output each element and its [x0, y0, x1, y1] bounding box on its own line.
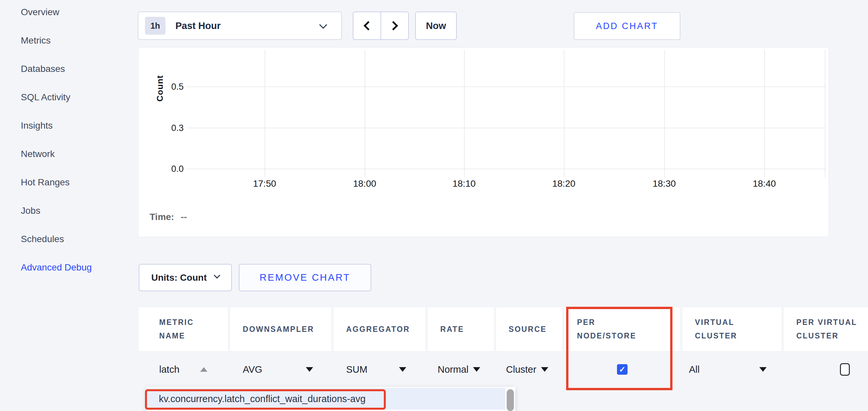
downsampler-value: AVG — [243, 364, 262, 375]
sidebar-item-schedules[interactable]: Schedules — [21, 225, 92, 253]
column-header-per-node-store: PER NODE/STORE — [564, 307, 680, 351]
column-header-source: SOURCE — [496, 307, 562, 351]
caret-down-icon — [473, 367, 480, 372]
chevron-down-icon — [214, 272, 220, 278]
sidebar-item-network[interactable]: Network — [21, 140, 92, 168]
column-header-virtual-cluster: VIRTUAL CLUSTER — [682, 307, 781, 351]
per-virtual-cluster-cell — [784, 351, 868, 388]
hover-time-value: -- — [181, 212, 187, 222]
time-range-select[interactable]: 1h Past Hour — [138, 11, 342, 40]
remove-chart-button[interactable]: REMOVE CHART — [239, 264, 371, 291]
metric-suggestions-dropdown: kv.concurrency.latch_conflict_wait_durat… — [146, 387, 515, 411]
caret-down-icon — [399, 367, 406, 372]
rate-select[interactable]: Normal — [428, 351, 494, 388]
scrollbar-thumb[interactable] — [507, 389, 514, 411]
y-tick-0-5: 0.5 — [157, 81, 184, 92]
caret-down-icon — [306, 367, 313, 372]
time-step-buttons — [353, 11, 409, 40]
sidebar-item-sql-activity[interactable]: SQL Activity — [21, 83, 92, 111]
aggregator-value: SUM — [346, 364, 367, 375]
x-tick: 18:00 — [342, 178, 388, 189]
metric-options-table: METRIC NAME DOWNSAMPLER AGGREGATOR RATE … — [139, 307, 868, 388]
prev-range-button[interactable] — [353, 11, 381, 40]
column-header-metric-name: METRIC NAME — [139, 307, 228, 351]
column-header-rate: RATE — [428, 307, 494, 351]
caret-down-icon — [760, 367, 767, 372]
x-tick: 18:30 — [641, 178, 687, 189]
chevron-down-icon — [319, 21, 327, 29]
x-tick: 18:20 — [541, 178, 587, 189]
time-range-label: Past Hour — [175, 21, 221, 31]
virtual-cluster-value: All — [689, 364, 700, 375]
sidebar-item-databases[interactable]: Databases — [21, 55, 92, 83]
chart-plot-area[interactable] — [187, 50, 826, 177]
sidebar-item-overview[interactable]: Overview — [21, 0, 92, 26]
metric-name-input[interactable] — [159, 364, 199, 375]
per-node-store-cell: ✓ — [564, 351, 680, 388]
per-node-store-checkbox-checked[interactable]: ✓ — [617, 364, 627, 375]
chevron-right-icon — [389, 21, 398, 30]
y-tick-0-0: 0.0 — [157, 163, 184, 174]
column-header-downsampler: DOWNSAMPLER — [230, 307, 331, 351]
chevron-left-icon — [364, 21, 373, 30]
now-button[interactable]: Now — [415, 11, 457, 40]
sidebar-item-insights[interactable]: Insights — [21, 111, 92, 140]
metric-name-cell — [139, 351, 228, 388]
rate-value: Normal — [438, 364, 468, 375]
source-value: Cluster — [506, 364, 536, 375]
time-range-badge: 1h — [145, 17, 165, 35]
downsampler-select[interactable]: AVG — [230, 351, 331, 388]
custom-chart-card: Count 0.5 0.3 0.0 17:50 18:00 18:10 18:2… — [138, 47, 829, 237]
checkmark-icon: ✓ — [619, 365, 626, 374]
caret-down-icon — [541, 367, 548, 372]
units-select-label: Units: Count — [151, 272, 207, 283]
hover-time-label: Time: — [150, 212, 174, 222]
sidebar-item-metrics[interactable]: Metrics — [21, 26, 92, 55]
dropdown-scrollbar — [505, 387, 515, 411]
advanced-debug-custom-chart-page: Overview Metrics Databases SQL Activity … — [0, 0, 868, 411]
x-tick: 17:50 — [242, 178, 288, 189]
aggregator-select[interactable]: SUM — [334, 351, 426, 388]
sidebar-item-jobs[interactable]: Jobs — [21, 197, 92, 225]
x-tick: 18:10 — [441, 178, 487, 189]
column-header-per-virtual-cluster: PER VIRTUAL CLUSTER — [784, 307, 868, 351]
hover-readout: Time: -- — [150, 212, 187, 222]
column-header-aggregator: AGGREGATOR — [334, 307, 426, 351]
next-range-button[interactable] — [380, 11, 409, 40]
per-virtual-cluster-checkbox-unchecked[interactable] — [840, 363, 850, 376]
virtual-cluster-select[interactable]: All — [682, 351, 781, 388]
sidebar-item-advanced-debug[interactable]: Advanced Debug — [21, 253, 92, 282]
sidebar-item-hot-ranges[interactable]: Hot Ranges — [21, 168, 92, 197]
add-chart-button[interactable]: ADD CHART — [574, 12, 680, 40]
units-select[interactable]: Units: Count — [139, 264, 232, 291]
source-select[interactable]: Cluster — [496, 351, 562, 388]
sidebar: Overview Metrics Databases SQL Activity … — [21, 0, 92, 282]
metric-suggestion-item[interactable]: kv.concurrency.latch_conflict_wait_durat… — [146, 388, 505, 410]
y-tick-0-3: 0.3 — [157, 123, 184, 134]
x-tick: 18:40 — [741, 178, 787, 189]
caret-up-icon — [200, 367, 208, 372]
